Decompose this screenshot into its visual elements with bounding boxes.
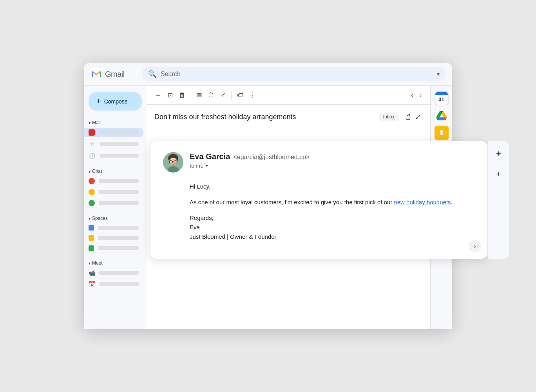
chat-dot-red — [89, 178, 95, 184]
sidebar-item-meet-cal[interactable]: 📅 — [84, 279, 143, 289]
nav-arrow-icon: › — [474, 243, 476, 249]
space-square-green — [89, 245, 94, 251]
top-bar: Gmail 🔍 ▾ — [84, 63, 452, 86]
more-button[interactable]: ⋮ — [247, 89, 258, 101]
snoozed-icon: 🕐 — [89, 152, 96, 159]
gkeep-button[interactable] — [434, 125, 449, 141]
to-me-text: to me — [190, 163, 203, 169]
task-button[interactable]: ✓ — [218, 89, 228, 101]
gdrive-button[interactable] — [434, 108, 449, 123]
to-me-chevron-icon[interactable]: ▾ — [206, 163, 208, 169]
popup-right-panel: ✦ + — [487, 141, 509, 259]
email-paragraph: As one of our most loyal customers, I'm … — [190, 198, 475, 207]
gcal-top-bar — [435, 92, 448, 95]
email-subject: Don't miss our freshest holiday arrangem… — [154, 113, 379, 121]
sidebar-item-space-3[interactable] — [84, 244, 143, 252]
space-3-placeholder — [98, 246, 139, 250]
email-link[interactable]: new holiday bouquets — [394, 199, 451, 205]
popup-sparks-button[interactable]: ✦ — [491, 146, 507, 162]
print-button[interactable]: 🖨 — [403, 111, 413, 123]
email-toolbar: ← ⊡ 🗑 ✉ ⏱ ✓ � — [147, 86, 430, 105]
sidebar-item-snoozed[interactable]: 🕐 — [84, 151, 143, 161]
email-regards: Regards, Eva Just Bloomed | Owner & Foun… — [190, 213, 475, 241]
meet-section-label[interactable]: ▾ Meet — [84, 257, 147, 267]
next-icon: › — [420, 92, 422, 99]
mail-icon: ✉ — [197, 91, 202, 99]
archive-button[interactable]: ⊡ — [165, 89, 175, 101]
next-email-button[interactable]: › — [417, 89, 424, 101]
popup-add-button[interactable]: + — [491, 166, 507, 182]
sidebar-item-space-2[interactable] — [84, 234, 143, 242]
add-icon: + — [496, 169, 501, 179]
email-subject-bar: Don't miss our freshest holiday arrangem… — [147, 105, 430, 129]
sidebar: + Compose ▾ Mail ☆ 🕐 ▾ — [84, 86, 147, 329]
search-bar[interactable]: 🔍 ▾ — [142, 67, 446, 82]
gmail-title: Gmail — [105, 70, 125, 79]
delete-button[interactable]: 🗑 — [177, 89, 188, 101]
sidebar-item-meet-video[interactable]: 📹 — [84, 268, 143, 278]
sender-name-line: Eva Garcia <egarcia@justbloomed.co> — [190, 152, 475, 161]
label-button[interactable]: 🏷 — [235, 89, 246, 101]
sidebar-item-starred[interactable]: ☆ — [84, 139, 143, 149]
space-2-placeholder — [98, 236, 139, 240]
gkeep-icon — [435, 126, 449, 140]
inbox-badge[interactable]: Inbox — [379, 113, 398, 121]
gmail-logo: Gmail — [90, 68, 137, 80]
compose-label: Compose — [104, 98, 128, 105]
chat-section-label[interactable]: ▾ Chat — [84, 165, 147, 175]
spaces-section-label[interactable]: ▾ Spaces — [84, 212, 147, 222]
email-greeting: Hi Lucy, — [190, 182, 475, 191]
sender-info: Eva Garcia <egarcia@justbloomed.co> to m… — [190, 152, 475, 169]
meet-video-placeholder — [99, 271, 139, 275]
space-square-blue — [89, 225, 94, 230]
mail-chevron-icon: ▾ — [89, 121, 91, 125]
more-icon: ⋮ — [250, 91, 256, 99]
gmail-m-icon — [90, 68, 103, 80]
open-external-button[interactable]: ⤢ — [413, 111, 422, 123]
search-icon: 🔍 — [148, 70, 157, 78]
toolbar-separator-2 — [231, 91, 232, 100]
chat-3-placeholder — [99, 201, 139, 205]
chat-chevron-icon: ▾ — [89, 169, 91, 174]
prev-email-button[interactable]: ‹ — [409, 89, 415, 101]
label-icon: 🏷 — [237, 92, 243, 99]
svg-point-5 — [169, 158, 177, 165]
email-popup-card: Eva Garcia <egarcia@justbloomed.co> to m… — [150, 141, 487, 259]
compose-button[interactable]: + Compose — [89, 92, 142, 111]
sparks-icon: ✦ — [495, 149, 502, 158]
chat-1-placeholder — [99, 179, 139, 183]
archive-icon: ⊡ — [168, 91, 173, 99]
back-button[interactable]: ← — [153, 89, 164, 101]
meet-cal-icon: 📅 — [89, 281, 95, 287]
email-sender-row: Eva Garcia <egarcia@justbloomed.co> to m… — [163, 152, 475, 172]
sidebar-item-space-1[interactable] — [84, 223, 143, 232]
email-nav-arrow[interactable]: › — [469, 240, 481, 252]
sidebar-item-chat-1[interactable] — [84, 176, 143, 186]
sidebar-item-chat-2[interactable] — [84, 187, 143, 197]
delete-icon: 🗑 — [179, 92, 185, 99]
mail-button[interactable]: ✉ — [194, 89, 204, 101]
sidebar-item-chat-3[interactable] — [84, 198, 143, 208]
gcal-button[interactable]: 31 — [434, 91, 449, 106]
snooze-button[interactable]: ⏱ — [206, 89, 217, 101]
meet-cal-placeholder — [99, 282, 139, 286]
task-icon: ✓ — [221, 91, 226, 99]
spaces-chevron-icon: ▾ — [89, 216, 91, 221]
sender-avatar — [163, 152, 183, 172]
toolbar-separator-1 — [191, 91, 191, 100]
search-input[interactable] — [161, 71, 433, 78]
chat-dot-green — [89, 200, 95, 206]
snooze-icon: ⏱ — [208, 92, 214, 99]
gcal-number: 31 — [438, 96, 444, 102]
chat-2-placeholder — [99, 190, 139, 194]
space-square-yellow — [89, 235, 94, 241]
search-dropdown-icon[interactable]: ▾ — [437, 71, 440, 77]
inbox-label-placeholder — [99, 131, 139, 134]
inbox-icon — [89, 129, 95, 136]
mail-section-label[interactable]: ▾ Mail — [84, 117, 147, 126]
email-body: Hi Lucy, As one of our most loyal custom… — [163, 182, 475, 241]
gcal-icon: 31 — [435, 91, 449, 105]
sidebar-item-inbox[interactable] — [84, 128, 143, 137]
space-1-placeholder — [98, 226, 139, 230]
to-me-row: to me ▾ — [190, 163, 475, 169]
